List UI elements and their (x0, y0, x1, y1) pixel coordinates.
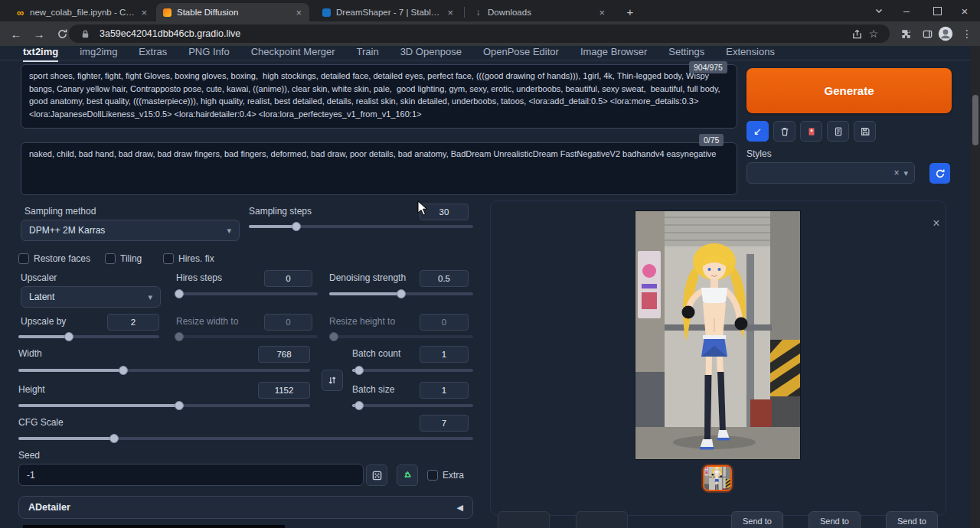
tab-openpose-editor[interactable]: OpenPose Editor (483, 46, 559, 60)
send-to-extras-button[interactable]: Send to (886, 511, 938, 528)
side-panel-icon[interactable] (919, 25, 936, 42)
random-seed-button[interactable] (366, 464, 387, 486)
window-minimize-button[interactable]: – (891, 0, 922, 21)
restore-faces-checkbox[interactable] (18, 253, 29, 264)
browser-menu-kebab-icon[interactable]: ⋮ (959, 25, 975, 42)
batch-count-value[interactable]: 1 (420, 346, 469, 363)
send-to-inpaint-button[interactable]: Send to (808, 511, 861, 528)
window-maximize-button[interactable] (922, 0, 952, 21)
tab-txt2img[interactable]: txt2img (23, 46, 58, 60)
webui-tab-bar: txt2img img2img Extras PNG Info Checkpoi… (0, 46, 971, 60)
tab-checkpoint-merger[interactable]: Checkpoint Merger (251, 46, 335, 60)
share-icon[interactable] (848, 25, 865, 42)
height-slider[interactable] (18, 400, 310, 411)
denoising-strength-slider[interactable] (329, 288, 473, 299)
window-close-button[interactable]: × (949, 0, 980, 21)
save-style-button[interactable] (854, 121, 876, 142)
width-slider[interactable] (18, 365, 310, 376)
upscaler-dropdown[interactable]: Latent ▾ (21, 286, 161, 308)
styles-clear-icon[interactable]: × (893, 168, 899, 178)
negative-prompt-input[interactable]: naked, child, bad hand, bad draw, bad dr… (21, 142, 737, 195)
resize-width-value[interactable]: 0 (264, 314, 312, 331)
tab-3d-openpose[interactable]: 3D Openpose (400, 46, 462, 60)
reuse-seed-button[interactable] (397, 464, 418, 486)
sampling-steps-slider[interactable] (249, 221, 473, 232)
forward-icon[interactable]: → (29, 24, 49, 44)
cfg-scale-value[interactable]: 7 (420, 415, 469, 432)
gradio-favicon (162, 8, 172, 17)
batch-count-slider[interactable] (352, 365, 473, 376)
apply-styles-button[interactable] (827, 121, 849, 142)
height-value[interactable]: 1152 (258, 382, 310, 399)
resize-height-value[interactable]: 0 (420, 314, 469, 331)
resize-height-slider[interactable] (329, 331, 473, 342)
seed-input[interactable]: -1 (18, 464, 364, 486)
hires-steps-slider[interactable] (176, 288, 318, 299)
bottom-divider (23, 525, 285, 528)
tab-settings[interactable]: Settings (668, 46, 704, 60)
tab-train[interactable]: Train (357, 46, 379, 60)
tab-image-browser[interactable]: Image Browser (580, 46, 647, 60)
generate-button[interactable]: Generate (746, 68, 952, 113)
profile-avatar[interactable] (937, 25, 954, 42)
tab-search-chevron-icon[interactable] (864, 0, 894, 21)
url-text: 3a59ec42041dbb46cb.gradio.live (100, 28, 848, 39)
extra-seed-checkbox[interactable] (427, 470, 438, 481)
close-preview-icon[interactable]: × (928, 215, 945, 232)
browser-tab-stable-diffusion[interactable]: Stable Diffusion × (156, 3, 309, 21)
bookmark-star-icon[interactable]: ☆ (865, 25, 882, 42)
hires-fix-label: Hires. fix (178, 253, 214, 264)
browser-tab-colab[interactable]: ∞ new_colab_file.ipynb - Colaborat × (9, 3, 155, 21)
upscale-by-slider[interactable] (18, 331, 159, 342)
batch-size-slider[interactable] (352, 400, 473, 411)
extra-networks-button[interactable] (800, 121, 822, 142)
hires-fix-checkbox[interactable] (163, 253, 174, 264)
send-to-img2img-button[interactable]: Send to (731, 511, 783, 528)
browser-tab-downloads[interactable]: ↓ Downloads × (467, 3, 612, 21)
adetailer-accordion[interactable]: ADetailer ◀ (18, 496, 473, 519)
restore-faces-label: Restore faces (34, 253, 90, 264)
resize-width-slider[interactable] (176, 331, 318, 342)
sampling-method-selected: DPM++ 2M Karras (29, 225, 105, 236)
denoising-strength-value[interactable]: 0.5 (420, 270, 469, 287)
new-tab-button[interactable]: + (623, 5, 637, 18)
tab-close-icon[interactable]: × (139, 8, 149, 18)
swap-width-height-button[interactable] (322, 370, 343, 391)
tab-close-icon[interactable]: × (597, 8, 606, 18)
upscale-by-value[interactable]: 2 (107, 314, 159, 331)
chevron-down-icon: ▾ (148, 292, 152, 302)
tab-close-icon[interactable]: × (446, 8, 455, 18)
dreamshaper-favicon (322, 8, 332, 17)
cfg-scale-slider[interactable] (18, 433, 473, 444)
output-zip-button[interactable] (576, 511, 628, 528)
hires-steps-value[interactable]: 0 (264, 270, 312, 287)
paste-params-button[interactable]: ↙ (746, 121, 769, 142)
output-save-button[interactable] (498, 511, 550, 528)
gallery-thumbnail[interactable] (703, 465, 732, 491)
generated-image[interactable] (635, 211, 800, 459)
tab-png-info[interactable]: PNG Info (188, 46, 229, 60)
tiling-checkbox[interactable] (105, 253, 116, 264)
tab-extras[interactable]: Extras (139, 46, 167, 60)
seed-label: Seed (18, 450, 40, 461)
page-scrollbar[interactable] (971, 46, 980, 528)
styles-refresh-button[interactable] (929, 163, 950, 184)
scrollbar-thumb[interactable] (972, 95, 978, 145)
extra-networks-card-icon (806, 126, 817, 137)
batch-size-value[interactable]: 1 (420, 382, 469, 399)
styles-dropdown[interactable]: × ▾ (746, 162, 915, 184)
browser-tab-dreamshaper[interactable]: DreamShaper - 7 | Stable Diffusi × (315, 3, 461, 21)
recycle-icon (402, 470, 413, 481)
browser-tab-title: DreamShaper - 7 | Stable Diffusi (336, 8, 441, 17)
tab-img2img[interactable]: img2img (80, 46, 117, 60)
width-value[interactable]: 768 (258, 346, 310, 363)
sampling-method-dropdown[interactable]: DPM++ 2M Karras ▾ (21, 220, 240, 241)
tab-close-icon[interactable]: × (294, 8, 303, 18)
extensions-puzzle-icon[interactable] (897, 25, 914, 42)
clear-prompt-button[interactable] (773, 121, 795, 142)
back-icon[interactable]: ← (6, 24, 26, 44)
address-bar[interactable]: 3a59ec42041dbb46cb.gradio.live ☆ (69, 24, 890, 43)
colab-favicon: ∞ (15, 7, 25, 18)
prompt-input[interactable]: sport shoes, fighter, fight, fight Glove… (21, 64, 737, 129)
tab-extensions[interactable]: Extensions (726, 46, 775, 60)
